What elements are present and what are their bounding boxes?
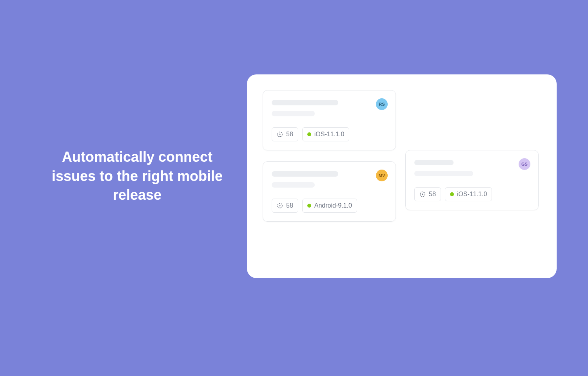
avatar: MV (376, 170, 388, 181)
cycle-icon (277, 131, 283, 137)
subtitle-placeholder (272, 111, 315, 116)
cycle-badge[interactable]: 58 (272, 127, 298, 141)
title-placeholder (414, 160, 454, 165)
avatar-initials: MV (379, 173, 385, 178)
cycle-icon (277, 202, 283, 209)
cycle-icon (419, 191, 426, 197)
status-dot-icon (450, 192, 454, 196)
cycle-badge[interactable]: 58 (272, 199, 298, 213)
issue-card[interactable]: MV 58 (263, 161, 396, 222)
release-badge[interactable]: iOS-11.1.0 (302, 127, 349, 141)
status-dot-icon (307, 132, 311, 136)
release-name: Android-9.1.0 (314, 202, 352, 209)
release-name: iOS-11.1.0 (314, 131, 344, 138)
issues-panel: RS 58 (247, 74, 557, 278)
title-placeholder (272, 171, 338, 177)
subtitle-placeholder (272, 182, 315, 188)
cycle-number: 58 (286, 131, 293, 138)
avatar-initials: RS (379, 102, 385, 107)
issue-card[interactable]: RS 58 (263, 90, 396, 150)
release-badge[interactable]: iOS-11.1.0 (445, 187, 492, 201)
cycle-number: 58 (429, 191, 436, 198)
avatar-initials: GS (521, 162, 528, 166)
release-name: iOS-11.1.0 (457, 191, 487, 198)
avatar: RS (376, 98, 388, 110)
cycle-number: 58 (286, 202, 293, 209)
issue-card[interactable]: GS 58 (405, 150, 539, 210)
cycle-badge[interactable]: 58 (414, 187, 441, 201)
avatar: GS (519, 158, 530, 170)
subtitle-placeholder (414, 171, 473, 176)
status-dot-icon (307, 204, 311, 208)
title-placeholder (272, 100, 338, 105)
release-badge[interactable]: Android-9.1.0 (302, 199, 357, 213)
hero-headline: Automatically connect issues to the righ… (39, 148, 235, 205)
